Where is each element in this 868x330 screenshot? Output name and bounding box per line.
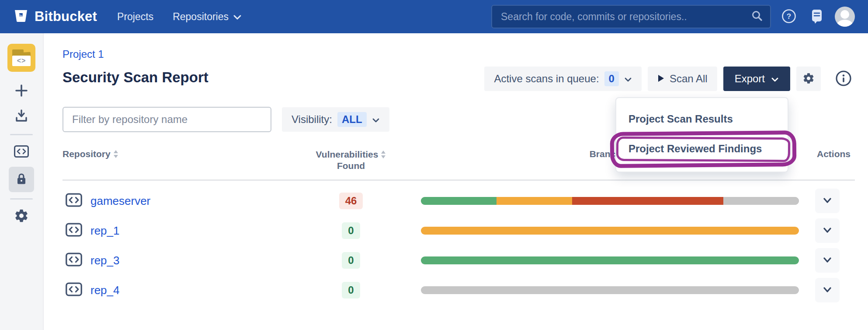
breadcrumb[interactable]: Project 1 (62, 48, 104, 60)
info-button[interactable] (832, 67, 855, 90)
import-button[interactable] (10, 105, 33, 128)
visibility-value: ALL (337, 112, 367, 127)
branch-segment-green (421, 197, 496, 205)
branch-status-bar[interactable] (421, 256, 799, 264)
chevron-down-icon (823, 257, 832, 264)
search-input[interactable] (501, 11, 751, 23)
page-title: Security Scan Report (62, 69, 208, 86)
branch-status-bar[interactable] (421, 286, 799, 294)
search-icon[interactable] (751, 10, 763, 24)
vulnerability-count-badge: 0 (342, 222, 360, 239)
branch-segment-gray (421, 286, 799, 294)
sort-icon[interactable] (113, 150, 118, 158)
active-scans-count: 0 (604, 71, 619, 86)
repository-link[interactable]: rep_1 (90, 224, 120, 238)
nav-repositories-label: Repositories (173, 11, 229, 23)
bitbucket-logo[interactable]: Bitbucket (13, 8, 97, 25)
create-button[interactable] (10, 80, 33, 102)
table-row: rep_1 0 (62, 216, 855, 246)
repository-filter-input[interactable] (62, 107, 271, 132)
sidebar-item-code[interactable] (10, 140, 33, 163)
repository-icon (65, 193, 83, 209)
project-avatar[interactable]: <> (7, 44, 35, 72)
row-actions-button[interactable] (815, 248, 840, 273)
export-label: Export (735, 73, 765, 85)
table-body: gameserver 46 rep_1 0 (62, 186, 855, 305)
help-button[interactable]: ? (779, 7, 799, 27)
repository-link[interactable]: rep_4 (90, 284, 120, 297)
repository-link[interactable]: rep_3 (90, 254, 120, 267)
left-sidebar: <> (0, 33, 44, 330)
column-repository: Repository (62, 149, 281, 159)
download-icon (14, 109, 29, 125)
row-actions-button[interactable] (815, 278, 840, 302)
help-icon: ? (781, 8, 797, 25)
user-avatar[interactable] (835, 7, 855, 27)
table-row: rep_3 0 (62, 246, 855, 275)
vulnerability-count-badge: 46 (339, 193, 363, 209)
plus-icon (14, 83, 29, 99)
svg-text:?: ? (787, 12, 791, 21)
feedback-icon (809, 8, 824, 25)
gear-icon (14, 208, 29, 225)
table-row: rep_4 0 (62, 275, 855, 305)
branch-status-bar[interactable] (421, 227, 799, 235)
row-actions-button[interactable] (815, 218, 840, 243)
branch-status-bar[interactable] (421, 197, 799, 205)
info-icon (835, 70, 852, 88)
lock-icon (14, 172, 28, 187)
folder-code-icon: <> (12, 56, 31, 66)
visibility-dropdown[interactable]: Visibility: ALL (282, 107, 389, 132)
branch-segment-green (421, 256, 799, 264)
settings-button[interactable] (796, 67, 821, 91)
scan-all-button[interactable]: Scan All (648, 67, 717, 91)
branch-segment-red (572, 197, 723, 205)
gear-icon (802, 72, 815, 86)
top-navbar: Bitbucket Projects Repositories ? (0, 0, 868, 33)
bitbucket-icon (13, 8, 29, 25)
sort-icon[interactable] (381, 151, 386, 158)
main-content: Project 1 Security Scan Report Active sc… (44, 33, 868, 330)
chevron-down-icon (372, 113, 380, 126)
column-actions: Actions (800, 149, 855, 159)
menu-item-project-reviewed-findings[interactable]: Project Reviewed Findings (616, 138, 788, 159)
nav-projects-label: Projects (117, 11, 153, 23)
repository-link[interactable]: gameserver (90, 194, 150, 208)
repository-icon (65, 252, 83, 269)
chevron-down-icon (771, 73, 779, 85)
row-actions-button[interactable] (815, 189, 840, 213)
branch-segment-orange (421, 227, 799, 235)
export-dropdown-menu: Project Scan Results Project Reviewed Fi… (615, 97, 788, 172)
repository-icon (65, 282, 83, 298)
play-icon (657, 73, 664, 85)
toolbar: Active scans in queue: 0 Scan All Export (484, 67, 855, 91)
column-vulnerabilities: Vulnerabilities Found (281, 149, 421, 172)
chevron-down-icon (823, 227, 832, 235)
vulnerability-count-badge: 0 (342, 252, 360, 269)
global-search[interactable] (491, 5, 771, 28)
primary-nav: Projects Repositories (117, 11, 242, 23)
sidebar-divider (10, 198, 33, 200)
nav-projects[interactable]: Projects (117, 11, 153, 23)
active-scans-label: Active scans in queue: (494, 73, 599, 85)
menu-item-label: Project Reviewed Findings (628, 143, 762, 154)
chevron-down-icon (233, 11, 242, 23)
active-scans-dropdown[interactable]: Active scans in queue: 0 (484, 67, 642, 91)
sidebar-item-security[interactable] (9, 167, 34, 192)
export-button[interactable]: Export (723, 67, 790, 91)
branch-segment-orange (496, 197, 572, 205)
code-icon (14, 145, 29, 159)
sidebar-divider (10, 134, 33, 135)
table-row: gameserver 46 (62, 186, 855, 216)
sidebar-item-settings[interactable] (10, 205, 33, 228)
repository-icon (65, 222, 83, 239)
nav-repositories[interactable]: Repositories (173, 11, 242, 23)
scan-all-label: Scan All (670, 73, 708, 85)
visibility-label: Visibility: (292, 113, 332, 126)
feedback-button[interactable] (807, 7, 827, 27)
chevron-down-icon (823, 197, 832, 205)
menu-item-project-scan-results[interactable]: Project Scan Results (616, 109, 788, 130)
branch-segment-gray (723, 197, 799, 205)
chevron-down-icon (624, 73, 632, 85)
chevron-down-icon (823, 287, 832, 294)
